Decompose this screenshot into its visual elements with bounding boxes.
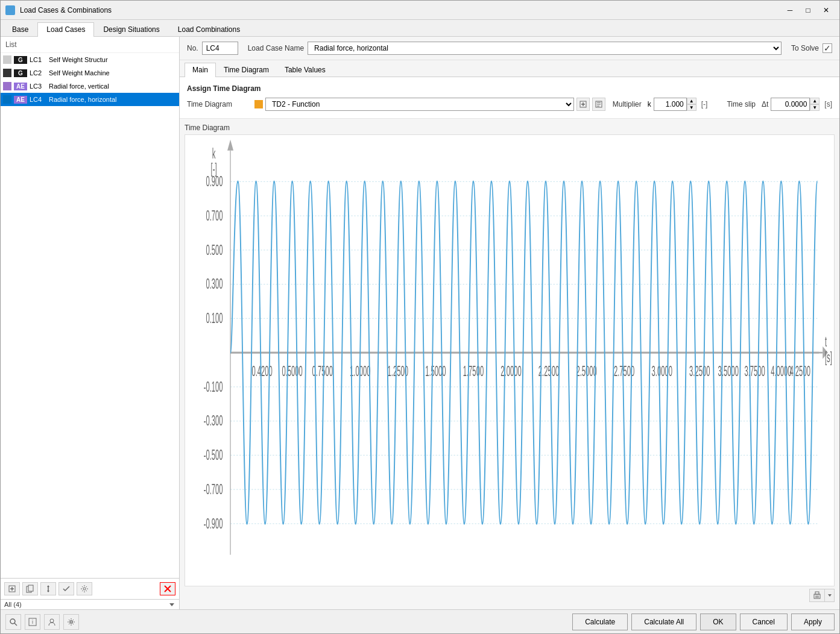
time-slip-spin-btns: ▲ ▼ xyxy=(810,98,819,111)
tab-base[interactable]: Base xyxy=(3,22,37,36)
svg-text:k: k xyxy=(212,145,216,162)
bottom-settings-button[interactable] xyxy=(63,614,79,630)
svg-text:2.0000: 2.0000 xyxy=(501,363,521,379)
right-tabs: Main Time Diagram Table Values xyxy=(180,60,839,77)
svg-marker-6 xyxy=(47,585,49,587)
svg-text:-0.700: -0.700 xyxy=(204,481,223,497)
window-title: Load Cases & Combinations xyxy=(20,6,782,14)
tab-time-diagram[interactable]: Time Diagram xyxy=(216,63,277,77)
ok-button[interactable]: OK xyxy=(700,614,736,630)
no-field-group: No. xyxy=(187,42,238,55)
load-case-name-select[interactable]: Radial force, horizontal xyxy=(308,42,782,55)
calculate-button[interactable]: Calculate xyxy=(572,614,628,630)
color-indicator xyxy=(3,82,11,90)
svg-text:-0.500: -0.500 xyxy=(204,447,223,463)
settings-button[interactable] xyxy=(77,582,92,595)
svg-text:-0.100: -0.100 xyxy=(204,378,223,395)
bottom-user-button[interactable] xyxy=(44,614,60,630)
svg-text:0.500: 0.500 xyxy=(206,242,223,258)
tab-load-combinations[interactable]: Load Combinations xyxy=(169,22,249,36)
svg-text:-0.900: -0.900 xyxy=(204,515,223,532)
calculate-all-button[interactable]: Calculate All xyxy=(631,614,696,630)
menu-tabs: Base Load Cases Design Situations Load C… xyxy=(1,20,839,37)
check-button[interactable] xyxy=(58,582,74,595)
load-case-name-label: Load Case Name xyxy=(248,44,304,52)
list-item[interactable]: G LC2 Self Weight Machine xyxy=(1,66,179,80)
to-solve-checkbox[interactable]: ✓ xyxy=(823,43,832,53)
assign-section: Assign Time Diagram Time Diagram TD2 - F… xyxy=(180,77,839,119)
time-diagram-chart: 0.900 0.700 0.500 0.300 0.100 -0.100 -0.… xyxy=(185,135,834,586)
badge-lc4: AE xyxy=(14,96,27,104)
time-slip-up-btn[interactable]: ▲ xyxy=(810,98,819,104)
lc-num-lc2: LC2 xyxy=(30,69,46,77)
assign-row: Time Diagram TD2 - Function xyxy=(187,98,832,111)
list-item[interactable]: G LC1 Self Weight Structur xyxy=(1,53,179,66)
time-slip-input[interactable] xyxy=(771,98,810,111)
print-dropdown-button[interactable] xyxy=(825,589,835,602)
left-panel-toolbar xyxy=(1,578,179,599)
svg-text:3.0000: 3.0000 xyxy=(652,363,672,379)
title-bar: Load Cases & Combinations ─ □ ✕ xyxy=(1,1,839,20)
multiplier-input[interactable] xyxy=(654,98,687,111)
tab-load-cases[interactable]: Load Cases xyxy=(37,22,94,37)
delete-button[interactable] xyxy=(160,582,175,595)
tab-main[interactable]: Main xyxy=(185,63,216,77)
color-indicator xyxy=(3,69,11,77)
svg-text:1.7500: 1.7500 xyxy=(463,363,484,379)
list-item[interactable]: AE LC3 Radial force, vertical xyxy=(1,80,179,93)
badge-lc2: G xyxy=(14,69,27,77)
move-button[interactable] xyxy=(40,582,56,595)
add-button[interactable] xyxy=(4,582,20,595)
svg-text:[-]: [-] xyxy=(211,161,217,177)
svg-text:i: i xyxy=(32,619,33,625)
td-edit-button[interactable] xyxy=(592,98,605,111)
svg-text:0.300: 0.300 xyxy=(206,276,223,292)
multiplier-spin: ▲ ▼ xyxy=(654,98,696,111)
assign-title: Assign Time Diagram xyxy=(187,84,832,93)
color-indicator xyxy=(3,95,11,104)
cancel-button[interactable]: Cancel xyxy=(740,614,788,630)
chart-section: Time Diagram xyxy=(180,119,839,609)
svg-point-75 xyxy=(70,621,72,623)
td-select[interactable]: TD2 - Function xyxy=(265,98,574,111)
svg-marker-11 xyxy=(169,603,174,606)
multiplier-up-btn[interactable]: ▲ xyxy=(687,98,696,104)
no-input[interactable] xyxy=(202,42,238,55)
left-panel: List G LC1 Self Weight Structur G LC2 Se… xyxy=(1,37,180,609)
title-bar-controls: ─ □ ✕ xyxy=(782,3,835,17)
apply-button[interactable]: Apply xyxy=(791,614,835,630)
td-label: Time Diagram xyxy=(187,100,247,108)
multiplier-down-btn[interactable]: ▼ xyxy=(687,104,696,111)
list-items: G LC1 Self Weight Structur G LC2 Self We… xyxy=(1,53,179,578)
checkbox-check-icon: ✓ xyxy=(824,43,831,53)
time-slip-label: Time slip xyxy=(727,100,756,108)
svg-text:[s]: [s] xyxy=(825,349,832,365)
time-slip-down-btn[interactable]: ▼ xyxy=(810,104,819,111)
bottom-search-button[interactable] xyxy=(5,614,21,630)
svg-text:0.5000: 0.5000 xyxy=(282,363,302,379)
svg-point-74 xyxy=(50,619,54,623)
td-new-button[interactable] xyxy=(576,98,590,111)
lc-name-lc3: Radial force, vertical xyxy=(49,83,109,90)
window-icon xyxy=(5,5,15,15)
svg-text:3.5000: 3.5000 xyxy=(718,363,739,379)
main-content: List G LC1 Self Weight Structur G LC2 Se… xyxy=(1,37,839,609)
right-panel: No. Load Case Name Radial force, horizon… xyxy=(180,37,839,609)
chart-title: Time Diagram xyxy=(185,124,835,132)
print-button[interactable] xyxy=(809,589,825,602)
svg-marker-45 xyxy=(227,140,233,151)
restore-button[interactable]: □ xyxy=(800,3,816,17)
copy-button[interactable] xyxy=(22,582,38,595)
bottom-info-button[interactable]: i xyxy=(25,614,40,630)
close-button[interactable]: ✕ xyxy=(818,3,835,17)
footer-text: All (4) xyxy=(4,601,168,608)
tab-design-situations[interactable]: Design Situations xyxy=(94,22,168,36)
tab-table-values[interactable]: Table Values xyxy=(277,63,333,77)
multiplier-spin-btns: ▲ ▼ xyxy=(687,98,696,111)
lc-num-lc1: LC1 xyxy=(30,56,46,63)
lc-name-lc2: Self Weight Machine xyxy=(49,69,110,77)
minimize-button[interactable]: ─ xyxy=(782,3,798,17)
list-item-selected[interactable]: AE LC4 Radial force, horizontal xyxy=(1,93,179,106)
to-solve-label: To Solve xyxy=(791,44,819,52)
lc-num-lc4: LC4 xyxy=(30,96,46,103)
